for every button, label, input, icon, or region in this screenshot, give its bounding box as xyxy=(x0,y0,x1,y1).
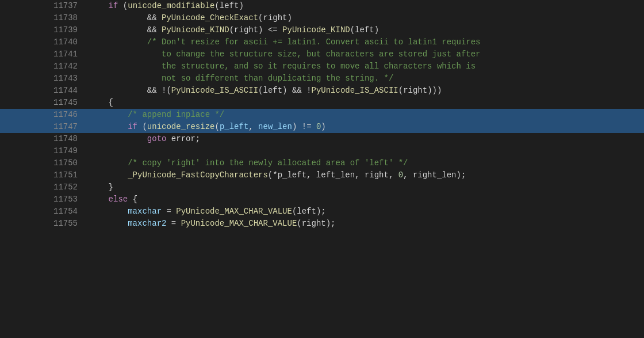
line-number: 11754 xyxy=(0,206,89,218)
line-content: /* copy 'right' into the newly allocated… xyxy=(89,157,644,169)
table-row: 11739 && PyUnicode_KIND(right) <= PyUnic… xyxy=(0,24,644,36)
table-row: 11747 if (unicode_resize(p_left, new_len… xyxy=(0,121,644,133)
table-row: 11745 { xyxy=(0,97,644,109)
line-number: 11738 xyxy=(0,12,89,24)
line-number: 11737 xyxy=(0,0,89,12)
line-content: && !(PyUnicode_IS_ASCII(left) && !PyUnic… xyxy=(89,85,644,97)
table-row: 11751 _PyUnicode_FastCopyCharacters(*p_l… xyxy=(0,169,644,181)
line-content: to change the structure size, but charac… xyxy=(89,48,644,60)
table-row: 11746 /* append inplace */ xyxy=(0,109,644,121)
line-content: else { xyxy=(89,193,644,206)
line-content: maxchar = PyUnicode_MAX_CHAR_VALUE(left)… xyxy=(89,206,644,218)
table-row: 11744 && !(PyUnicode_IS_ASCII(left) && !… xyxy=(0,85,644,97)
code-editor: 11737 if (unicode_modifiable(left) 11738… xyxy=(0,0,644,338)
line-content: maxchar2 = PyUnicode_MAX_CHAR_VALUE(righ… xyxy=(89,218,644,230)
line-number: 11745 xyxy=(0,97,89,109)
table-row: 11742 the structure, and so it requires … xyxy=(0,60,644,73)
line-content: /* append inplace */ xyxy=(89,109,644,121)
line-content: && PyUnicode_KIND(right) <= PyUnicode_KI… xyxy=(89,24,644,36)
line-number: 11740 xyxy=(0,36,89,48)
line-number: 11753 xyxy=(0,193,89,206)
table-row: 11743 not so different than duplicating … xyxy=(0,73,644,85)
table-row: 11737 if (unicode_modifiable(left) xyxy=(0,0,644,12)
line-number: 11749 xyxy=(0,145,89,157)
line-content: { xyxy=(89,97,644,109)
line-number: 11751 xyxy=(0,169,89,181)
table-row: 11755 maxchar2 = PyUnicode_MAX_CHAR_VALU… xyxy=(0,218,644,230)
line-number: 11747 xyxy=(0,121,89,133)
table-row: 11748 goto error; xyxy=(0,133,644,145)
line-number: 11741 xyxy=(0,48,89,60)
line-number: 11746 xyxy=(0,109,89,121)
line-number: 11744 xyxy=(0,85,89,97)
line-number: 11752 xyxy=(0,181,89,193)
line-number: 11755 xyxy=(0,218,89,230)
line-content: goto error; xyxy=(89,133,644,145)
line-number: 11743 xyxy=(0,73,89,85)
line-number: 11750 xyxy=(0,157,89,169)
line-content: if (unicode_resize(p_left, new_len) != 0… xyxy=(89,121,644,133)
line-content: && PyUnicode_CheckExact(right) xyxy=(89,12,644,24)
line-number: 11748 xyxy=(0,133,89,145)
table-row: 11752 } xyxy=(0,181,644,193)
table-row: 11749 xyxy=(0,145,644,157)
table-row: 11750 /* copy 'right' into the newly all… xyxy=(0,157,644,169)
line-content: } xyxy=(89,181,644,193)
line-content: if (unicode_modifiable(left) xyxy=(89,0,644,12)
line-content: the structure, and so it requires to mov… xyxy=(89,60,644,73)
line-number: 11742 xyxy=(0,60,89,73)
line-content: not so different than duplicating the st… xyxy=(89,73,644,85)
line-content: _PyUnicode_FastCopyCharacters(*p_left, l… xyxy=(89,169,644,181)
table-row: 11740 /* Don't resize for ascii += latin… xyxy=(0,36,644,48)
table-row: 11753 else { xyxy=(0,193,644,206)
line-number: 11739 xyxy=(0,24,89,36)
line-content: /* Don't resize for ascii += latin1. Con… xyxy=(89,36,644,48)
table-row: 11738 && PyUnicode_CheckExact(right) xyxy=(0,12,644,24)
table-row: 11754 maxchar = PyUnicode_MAX_CHAR_VALUE… xyxy=(0,206,644,218)
table-row: 11741 to change the structure size, but … xyxy=(0,48,644,60)
